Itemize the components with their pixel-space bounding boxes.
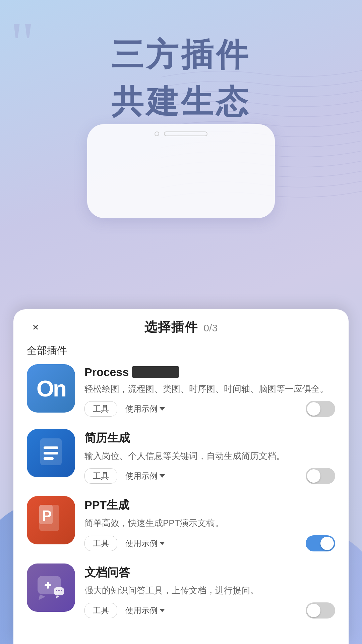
chevron-down-icon — [160, 407, 165, 411]
toggle-ppt[interactable] — [306, 535, 335, 551]
svg-rect-3 — [44, 457, 54, 460]
plugin-item-ppt: P PPT生成 简单高效，快速生成PPT演示文稿。 工具 使用示例 — [27, 496, 335, 551]
phone-mockup — [87, 124, 275, 218]
toggle-wrap-processon — [306, 401, 335, 417]
plugin-item-resume: 简历生成 输入岗位、个人信息等关键词，自动生成简历文档。 工具 使用示例 — [27, 429, 335, 484]
plugin-desc-ppt: 简单高效，快速生成PPT演示文稿。 — [84, 516, 335, 530]
plugin-name-ppt: PPT生成 — [84, 497, 335, 513]
plugin-footer-resume: 工具 使用示例 — [84, 468, 335, 484]
toggle-resume[interactable] — [306, 468, 335, 484]
plugin-modal: × 选择插件 0/3 全部插件 On Process 轻松绘图，流程图、类图、时… — [13, 309, 349, 644]
plugin-item-docqa: 文档问答 强大的知识问答工具，上传文档，进行提问。 工具 使用示例 — [27, 564, 335, 619]
plugin-name-resume: 简历生成 — [84, 430, 335, 446]
plugin-desc-docqa: 强大的知识问答工具，上传文档，进行提问。 — [84, 584, 335, 597]
plugin-name-docqa: 文档问答 — [84, 565, 335, 580]
usage-btn-resume[interactable]: 使用示例 — [125, 471, 165, 481]
plugin-footer-processon: 工具 使用示例 — [84, 401, 335, 417]
toggle-knob-docqa — [307, 604, 320, 617]
plugin-desc-processon: 轻松绘图，流程图、类图、时序图、时间轴、脑图等一应俱全。 — [84, 382, 335, 395]
svg-rect-13 — [61, 590, 62, 591]
plugin-info-resume: 简历生成 输入岗位、个人信息等关键词，自动生成简历文档。 工具 使用示例 — [84, 429, 335, 484]
plugin-info-docqa: 文档问答 强大的知识问答工具，上传文档，进行提问。 工具 使用示例 — [84, 564, 335, 619]
toggle-knob-resume — [307, 469, 320, 483]
modal-title: 选择插件 — [144, 320, 198, 334]
toggle-wrap-resume — [306, 468, 335, 484]
svg-rect-1 — [44, 446, 58, 449]
name-redacted — [132, 366, 179, 378]
plugin-icon-resume — [27, 429, 75, 477]
toggle-knob-processon — [307, 402, 320, 416]
svg-rect-9 — [45, 584, 51, 586]
hero-line2: 共建生态 — [0, 80, 362, 124]
usage-btn-docqa[interactable]: 使用示例 — [125, 605, 165, 616]
plugin-name-processon: Process — [84, 366, 335, 379]
toggle-docqa[interactable] — [306, 602, 335, 619]
phone-speaker — [164, 131, 207, 136]
hero-section: 三方插件 共建生态 — [0, 34, 362, 124]
plugin-footer-ppt: 工具 使用示例 — [84, 535, 335, 551]
close-button[interactable]: × — [27, 318, 44, 336]
plugin-icon-docqa — [27, 564, 75, 612]
plugin-info-processon: Process 轻松绘图，流程图、类图、时序图、时间轴、脑图等一应俱全。 工具 … — [84, 364, 335, 417]
plugin-icon-ppt: P — [27, 496, 75, 544]
svg-rect-11 — [56, 590, 57, 591]
chevron-down-icon — [160, 474, 165, 478]
plugin-tag-resume[interactable]: 工具 — [84, 468, 117, 484]
modal-count: 0/3 — [203, 322, 218, 333]
modal-header: × 选择插件 0/3 — [27, 319, 335, 336]
usage-btn-ppt[interactable]: 使用示例 — [125, 538, 165, 549]
toggle-wrap-docqa — [306, 602, 335, 619]
plugin-item-processon: On Process 轻松绘图，流程图、类图、时序图、时间轴、脑图等一应俱全。 … — [27, 364, 335, 417]
toggle-knob-ppt — [320, 537, 334, 550]
hero-line1: 三方插件 — [0, 34, 362, 77]
plugin-tag-docqa[interactable]: 工具 — [84, 603, 117, 618]
plugin-tag-ppt[interactable]: 工具 — [84, 536, 117, 551]
plugin-desc-resume: 输入岗位、个人信息等关键词，自动生成简历文档。 — [84, 449, 335, 463]
chevron-down-icon — [160, 609, 165, 612]
svg-rect-2 — [44, 452, 58, 454]
plugin-info-ppt: PPT生成 简单高效，快速生成PPT演示文稿。 工具 使用示例 — [84, 496, 335, 551]
plugin-icon-processon: On — [27, 364, 75, 413]
toggle-wrap-ppt — [306, 535, 335, 551]
chevron-down-icon — [160, 542, 165, 545]
phone-camera — [155, 131, 159, 136]
svg-text:P: P — [42, 507, 52, 524]
usage-btn-processon[interactable]: 使用示例 — [125, 404, 165, 414]
section-label: 全部插件 — [27, 344, 335, 358]
modal-title-area: 选择插件 0/3 — [144, 319, 218, 336]
plugin-footer-docqa: 工具 使用示例 — [84, 602, 335, 619]
plugin-tag-processon[interactable]: 工具 — [84, 401, 117, 417]
svg-rect-12 — [58, 590, 60, 591]
toggle-processon[interactable] — [306, 401, 335, 417]
